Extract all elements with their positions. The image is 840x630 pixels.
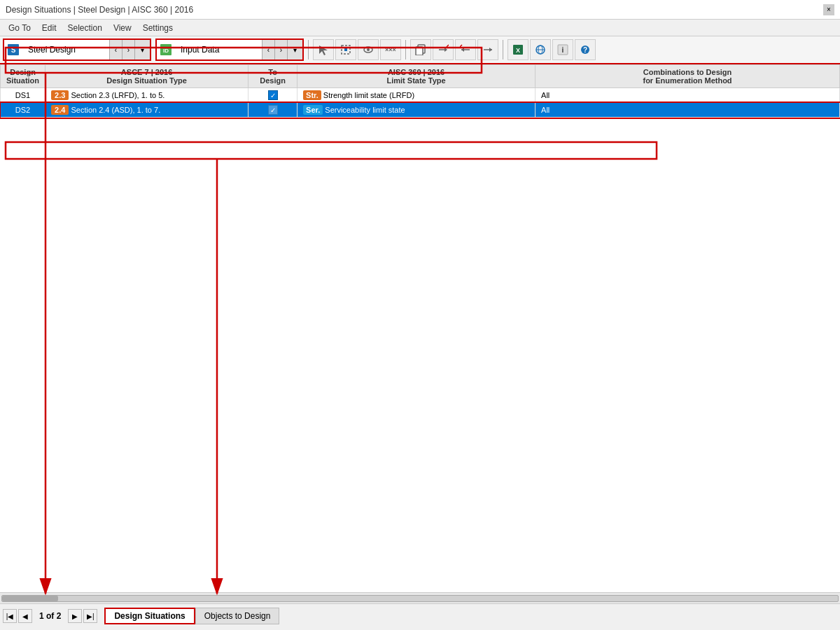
- steel-design-combo-text: Steel Design: [22, 45, 106, 55]
- ds1-to-design[interactable]: ✓: [248, 88, 298, 103]
- input-data-combo[interactable]: ID Input Data ‹ › ▾: [155, 38, 304, 61]
- nav-next-btn[interactable]: ▶: [68, 609, 82, 623]
- nav-page-label: 1 of 2: [34, 611, 66, 621]
- toolbar-sep-2: [405, 40, 406, 59]
- menu-bar: Go To Edit Selection View Settings: [0, 20, 840, 36]
- tab-design-situations[interactable]: Design Situations: [104, 608, 195, 624]
- copy-button[interactable]: [410, 39, 431, 60]
- globe-icon: [535, 44, 546, 55]
- table-row-ds2[interactable]: DS2 2.4 Section 2.4 (ASD), 1. to 7. ✓ Se…: [1, 103, 840, 118]
- excel-button[interactable]: X: [507, 39, 528, 60]
- toolbar-sep-3: [503, 40, 503, 59]
- input-data-dropdown-btn[interactable]: ▾: [287, 40, 302, 59]
- svg-text:ID: ID: [163, 48, 169, 54]
- ds1-limit-badge: Str.: [303, 90, 321, 100]
- info-icon: i: [557, 44, 568, 55]
- steel-design-dropdown-btn[interactable]: ▾: [134, 40, 150, 59]
- steel-design-combo[interactable]: S Steel Design ‹ › ▾: [3, 38, 151, 61]
- steel-design-prev-btn[interactable]: ‹: [109, 40, 122, 59]
- svg-text:i: i: [562, 46, 564, 54]
- ds2-to-design[interactable]: ✓: [248, 103, 298, 118]
- menu-goto[interactable]: Go To: [3, 22, 36, 34]
- ds1-badge: 2.3: [51, 90, 69, 100]
- nav-first-btn[interactable]: |◀: [3, 609, 17, 623]
- tab-objects-to-design[interactable]: Objects to Design: [195, 608, 280, 624]
- scrollbar-area[interactable]: [0, 593, 840, 604]
- svg-rect-6: [344, 48, 347, 51]
- ds2-combinations: All: [536, 103, 840, 118]
- globe-button[interactable]: [530, 39, 551, 60]
- ds2-id: DS2: [1, 103, 46, 118]
- ds2-aisc-type: Ser. Serviceability limit state: [298, 103, 536, 118]
- svg-marker-4: [319, 46, 328, 55]
- svg-marker-12: [444, 48, 447, 52]
- ds2-checkbox[interactable]: ✓: [268, 105, 278, 115]
- input-data-prev-btn[interactable]: ‹: [262, 40, 274, 59]
- table-row-ds1[interactable]: DS1 2.3 Section 2.3 (LRFD), 1. to 5. ✓ S…: [1, 88, 840, 103]
- svg-text:?: ?: [583, 46, 587, 54]
- help-button[interactable]: ?: [575, 39, 596, 60]
- tab-bar: Design Situations Objects to Design: [104, 608, 279, 624]
- ds1-asce-type: 2.3 Section 2.3 (LRFD), 1. to 5.: [46, 88, 248, 103]
- header-asce-type: ASCE 7 | 2016 Design Situation Type: [46, 65, 248, 88]
- steel-design-icon: S: [7, 43, 20, 56]
- title-bar: Design Situations | Steel Design | AISC …: [0, 0, 840, 20]
- header-design-situation: Design Situation: [1, 65, 46, 88]
- svg-point-8: [367, 48, 370, 51]
- menu-settings[interactable]: Settings: [137, 22, 178, 34]
- svg-line-13: [447, 45, 449, 47]
- menu-view[interactable]: View: [108, 22, 137, 34]
- select-icon: [340, 44, 351, 55]
- toolbar-sep-1: [308, 40, 309, 59]
- copy-icon: [415, 44, 426, 55]
- design-situations-table: Design Situation ASCE 7 | 2016 Design Si…: [0, 64, 840, 118]
- header-combinations: Combinations to Design for Enumeration M…: [536, 65, 840, 88]
- ds2-limit-badge: Ser.: [303, 105, 323, 115]
- svg-text:S: S: [11, 46, 16, 54]
- scrollbar-thumb[interactable]: [2, 596, 58, 601]
- header-aisc-type: AISC 360 | 2016 Limit State Type: [298, 65, 536, 88]
- info-button[interactable]: i: [552, 39, 573, 60]
- arrow-right-icon: [482, 44, 493, 55]
- delete-arrow-icon: [438, 44, 449, 55]
- svg-line-16: [460, 45, 462, 47]
- window-title: Design Situations | Steel Design | AISC …: [6, 5, 193, 15]
- input-data-icon: ID: [160, 43, 172, 56]
- cursor-icon: [318, 44, 329, 55]
- menu-selection[interactable]: Selection: [62, 22, 108, 34]
- xxx-button[interactable]: ×××: [380, 39, 401, 60]
- select-button[interactable]: [335, 39, 356, 60]
- nav-last-btn[interactable]: ▶|: [83, 609, 97, 623]
- ds1-combinations: All: [536, 88, 840, 103]
- ds1-checkbox[interactable]: ✓: [268, 90, 278, 100]
- ds1-aisc-type: Str. Strength limit state (LRFD): [298, 88, 536, 103]
- view-button[interactable]: [358, 39, 379, 60]
- table-header: Design Situation ASCE 7 | 2016 Design Si…: [1, 65, 840, 88]
- eye-icon: [363, 44, 374, 55]
- scrollbar-track[interactable]: [1, 595, 839, 602]
- close-button[interactable]: ×: [823, 4, 834, 15]
- delete-arrow-button[interactable]: [433, 39, 454, 60]
- arrow-right-button[interactable]: [477, 39, 498, 60]
- nav-bar: |◀ ◀ 1 of 2 ▶ ▶| Design Situations Objec…: [0, 604, 840, 628]
- xxx-icon: ×××: [385, 46, 396, 53]
- menu-edit[interactable]: Edit: [36, 22, 62, 34]
- header-to-design: To Design: [248, 65, 298, 88]
- steel-design-next-btn[interactable]: ›: [122, 40, 134, 59]
- svg-rect-10: [416, 47, 423, 55]
- ds1-id: DS1: [1, 88, 46, 103]
- nav-prev-btn[interactable]: ◀: [18, 609, 32, 623]
- main-content: Design Situation ASCE 7 | 2016 Design Si…: [0, 64, 840, 592]
- help-icon: ?: [580, 44, 591, 55]
- ds2-badge: 2.4: [51, 105, 69, 115]
- arrow-left-icon: [460, 44, 471, 55]
- input-data-next-btn[interactable]: ›: [274, 40, 287, 59]
- toolbar: S Steel Design ‹ › ▾ ID Input Data ‹ › ▾: [0, 36, 840, 64]
- input-data-combo-text: Input Data: [175, 45, 259, 55]
- arrow-left-button[interactable]: [455, 39, 476, 60]
- svg-text:X: X: [516, 47, 520, 54]
- svg-marker-18: [489, 48, 492, 52]
- cursor-button[interactable]: [313, 39, 334, 60]
- ds2-asce-type: 2.4 Section 2.4 (ASD), 1. to 7.: [46, 103, 248, 118]
- status-bar: |◀ ◀ 1 of 2 ▶ ▶| Design Situations Objec…: [0, 592, 840, 630]
